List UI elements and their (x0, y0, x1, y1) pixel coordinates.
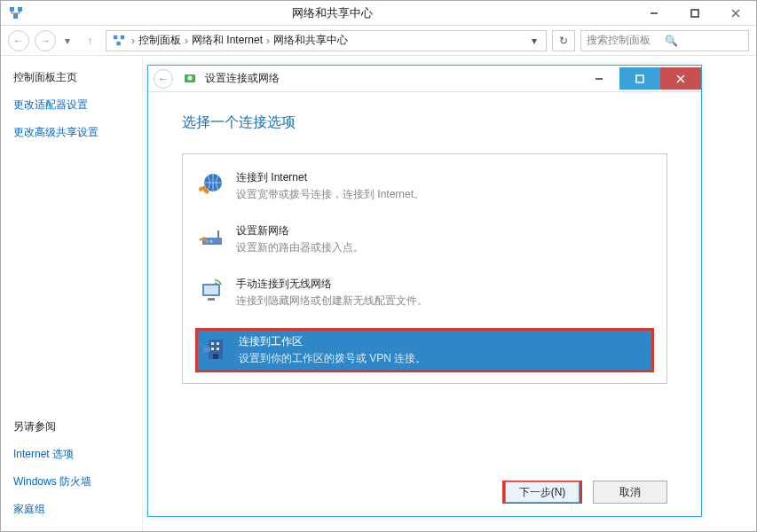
chevron-right-icon: › (185, 35, 188, 47)
svg-rect-9 (116, 41, 120, 44)
svg-rect-28 (217, 348, 219, 350)
svg-rect-25 (211, 342, 214, 345)
option-connect-workplace-highlight: 连接到工作区 设置到你的工作区的拨号或 VPN 连接。 (195, 328, 654, 372)
svg-rect-13 (636, 75, 643, 82)
svg-rect-29 (213, 354, 218, 359)
nav-up-button[interactable]: ↑ (79, 30, 100, 51)
option-setup-network[interactable]: 设置新网络 设置新的路由器或接入点。 (195, 222, 654, 257)
option-title: 连接到工作区 (239, 334, 426, 349)
cancel-button[interactable]: 取消 (593, 481, 667, 504)
svg-rect-26 (217, 342, 219, 345)
sidebar-link-homegroup[interactable]: 家庭组 (13, 502, 130, 517)
outer-titlebar: 网络和共享中心 (1, 1, 756, 26)
sidebar-link-adapter-settings[interactable]: 更改适配器设置 (13, 98, 130, 113)
sidebar-link-internet-options[interactable]: Internet 选项 (13, 447, 130, 462)
control-panel-window: 网络和共享中心 ← → ▾ ↑ › 控制面板 › 网络和 Internet › … (0, 0, 757, 532)
network-center-icon (110, 32, 128, 50)
building-icon (200, 334, 228, 363)
option-desc: 连接到隐藏网络或创建新无线配置文件。 (236, 293, 428, 309)
wizard-title: 设置连接或网络 (205, 71, 579, 86)
outer-maximize-button[interactable] (674, 1, 715, 25)
option-manual-wireless[interactable]: 手动连接到无线网络 连接到隐藏网络或创建新无线配置文件。 (195, 275, 654, 310)
breadcrumb-item[interactable]: 网络和共享中心 (273, 33, 348, 48)
option-title: 连接到 Internet (236, 170, 424, 185)
breadcrumb-item[interactable]: 网络和 Internet (192, 33, 263, 48)
next-button[interactable]: 下一步(N) (505, 481, 580, 503)
next-button-highlight: 下一步(N) (502, 481, 582, 504)
outer-minimize-button[interactable] (634, 1, 674, 25)
svg-point-11 (188, 75, 193, 80)
breadcrumb-item[interactable]: 控制面板 (138, 33, 181, 48)
sidebar-section-title: 另请参阅 (13, 419, 130, 434)
wizard-window: ← 设置连接或网络 选择一个连接选项 (147, 65, 702, 517)
svg-rect-23 (208, 298, 215, 301)
network-center-icon (6, 4, 26, 23)
sidebar-link-windows-firewall[interactable]: Windows 防火墙 (13, 474, 130, 489)
outer-close-button[interactable] (715, 1, 756, 25)
svg-rect-0 (10, 7, 14, 12)
wizard-close-button[interactable] (660, 67, 701, 90)
router-icon (197, 223, 225, 252)
wizard-titlebar: ← 设置连接或网络 (148, 66, 701, 92)
svg-rect-1 (18, 7, 22, 12)
sidebar: 控制面板主页 更改适配器设置 更改高级共享设置 另请参阅 Internet 选项… (1, 56, 143, 531)
search-placeholder: 搜索控制面板 (587, 33, 665, 48)
svg-point-19 (210, 240, 213, 243)
refresh-button[interactable]: ↻ (552, 30, 575, 51)
nav-back-button[interactable]: ← (8, 30, 29, 51)
svg-rect-27 (211, 348, 214, 350)
search-icon[interactable]: 🔍 (665, 35, 743, 47)
search-input[interactable]: 搜索控制面板 🔍 (580, 30, 749, 51)
chevron-right-icon: › (266, 35, 270, 47)
breadcrumb-dropdown[interactable]: ▾ (526, 35, 542, 47)
option-connect-internet[interactable]: 连接到 Internet 设置宽带或拨号连接，连接到 Internet。 (195, 168, 654, 204)
content-area: ← 设置连接或网络 选择一个连接选项 (143, 56, 756, 531)
navigation-bar: ← → ▾ ↑ › 控制面板 › 网络和 Internet › 网络和共享中心 … (1, 26, 756, 56)
svg-rect-8 (121, 35, 124, 38)
connection-options-list: 连接到 Internet 设置宽带或拨号连接，连接到 Internet。 设置新… (182, 153, 667, 384)
wizard-maximize-button[interactable] (619, 67, 660, 90)
option-desc: 设置新的路由器或接入点。 (236, 240, 364, 255)
monitor-wifi-icon (197, 277, 225, 305)
option-title: 手动连接到无线网络 (236, 277, 428, 292)
option-connect-workplace[interactable]: 连接到工作区 设置到你的工作区的拨号或 VPN 连接。 (198, 331, 651, 370)
svg-rect-22 (204, 286, 218, 294)
option-desc: 设置到你的工作区的拨号或 VPN 连接。 (239, 351, 426, 366)
wizard-minimize-button[interactable] (579, 67, 619, 90)
wizard-back-button[interactable]: ← (154, 69, 173, 89)
option-title: 设置新网络 (236, 223, 364, 239)
nav-history-dropdown[interactable]: ▾ (61, 35, 74, 47)
network-wizard-icon (182, 71, 198, 87)
chevron-right-icon: › (131, 35, 135, 47)
svg-rect-30 (203, 347, 210, 352)
globe-icon (197, 170, 225, 199)
sidebar-link-advanced-sharing[interactable]: 更改高级共享设置 (13, 125, 130, 140)
option-desc: 设置宽带或拨号连接，连接到 Internet。 (236, 187, 424, 202)
outer-window-title: 网络和共享中心 (31, 5, 634, 21)
svg-rect-7 (114, 35, 117, 38)
wizard-heading: 选择一个连接选项 (182, 113, 667, 132)
svg-rect-4 (691, 10, 698, 17)
address-breadcrumb[interactable]: › 控制面板 › 网络和 Internet › 网络和共享中心 ▾ (106, 30, 547, 51)
outer-window-controls (634, 1, 756, 25)
sidebar-title: 控制面板主页 (13, 70, 130, 85)
wizard-button-row: 下一步(N) 取消 (182, 468, 667, 504)
nav-forward-button[interactable]: → (35, 30, 56, 51)
